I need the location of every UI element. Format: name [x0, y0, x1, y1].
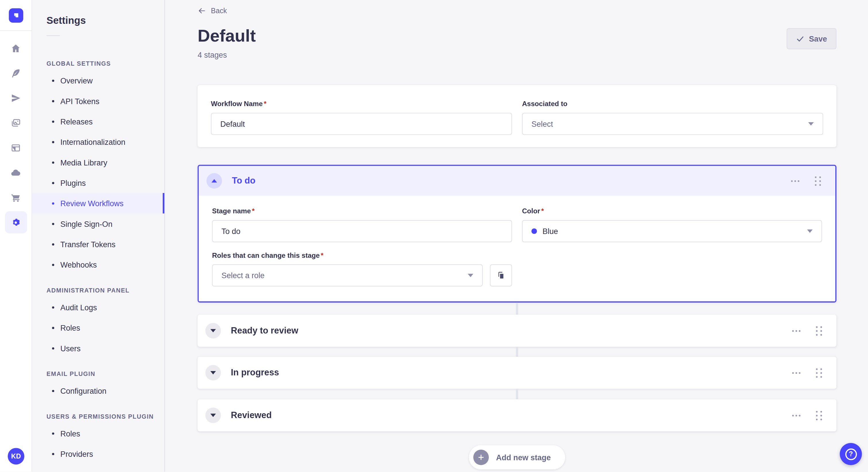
- roles-label: Roles that can change this stage*: [212, 252, 512, 260]
- sidebar-item-internationalization[interactable]: Internationalization: [32, 132, 164, 152]
- color-select[interactable]: Blue: [522, 220, 822, 242]
- bullet-icon: [52, 100, 54, 102]
- chevron-up-icon: [212, 179, 217, 183]
- collapse-stage-button[interactable]: [206, 173, 222, 189]
- page-header: Default 4 stages Save: [197, 27, 836, 59]
- strapi-logo[interactable]: [9, 8, 23, 23]
- duplicate-stage-button[interactable]: [490, 264, 512, 286]
- page-title: Default: [197, 27, 256, 45]
- stage-menu-icon[interactable]: [791, 411, 802, 419]
- bullet-icon: [52, 202, 54, 204]
- workflow-form-card: Workflow Name* Associated to Select: [197, 85, 836, 147]
- drag-handle-icon[interactable]: [814, 174, 822, 188]
- required-marker: *: [541, 207, 544, 215]
- media-library-icon[interactable]: [5, 112, 27, 134]
- marketplace-cart-icon[interactable]: [5, 187, 27, 208]
- stage-accordion-in-progress[interactable]: In progress: [197, 357, 836, 389]
- sidebar-item-single-sign-on[interactable]: Single Sign-On: [32, 213, 164, 234]
- chevron-down-icon: [210, 371, 216, 374]
- stage-title: Ready to review: [231, 326, 298, 336]
- help-button[interactable]: ?: [840, 443, 862, 465]
- color-label: Color*: [522, 207, 822, 215]
- stage-count: 4 stages: [197, 50, 256, 59]
- stage-connector: [516, 303, 518, 314]
- section-global-settings: GLOBAL SETTINGS: [46, 60, 164, 67]
- stage-name-label: Stage name*: [212, 207, 512, 215]
- expand-stage-button[interactable]: [205, 323, 221, 338]
- sidebar-item-email-configuration[interactable]: Configuration: [32, 380, 164, 401]
- sidebar-item-admin-roles[interactable]: Roles: [32, 317, 164, 338]
- stage-menu-icon[interactable]: [791, 369, 802, 377]
- expand-stage-button[interactable]: [205, 365, 221, 380]
- expand-stage-button[interactable]: [205, 408, 221, 423]
- sidebar-item-webhooks[interactable]: Webhooks: [32, 255, 164, 275]
- stage-menu-icon[interactable]: [791, 327, 802, 335]
- stage-todo-body: Stage name* Color* Blue: [198, 196, 835, 301]
- bullet-icon: [52, 390, 54, 392]
- section-email-plugin: EMAIL PLUGIN: [46, 370, 164, 377]
- section-users-permissions-plugin: USERS & PERMISSIONS PLUGIN: [46, 413, 164, 420]
- settings-gear-icon[interactable]: [5, 211, 27, 233]
- drag-handle-icon[interactable]: [815, 324, 823, 338]
- drag-handle-icon[interactable]: [815, 366, 823, 380]
- bullet-icon: [52, 120, 54, 123]
- stage-title: Reviewed: [231, 410, 272, 420]
- stage-accordion-ready-to-review[interactable]: Ready to review: [197, 315, 836, 347]
- feather-icon[interactable]: [5, 62, 27, 84]
- home-icon[interactable]: [5, 37, 27, 59]
- sidebar-item-transfer-tokens[interactable]: Transfer Tokens: [32, 234, 164, 255]
- stage-todo-header[interactable]: To do: [198, 166, 835, 196]
- sidebar-item-up-roles[interactable]: Roles: [32, 423, 164, 443]
- chevron-down-icon: [210, 329, 216, 333]
- paper-plane-icon[interactable]: [5, 87, 27, 109]
- stage-title: In progress: [231, 368, 279, 378]
- drag-handle-icon[interactable]: [815, 408, 823, 422]
- color-dot: [531, 229, 537, 234]
- required-marker: *: [252, 207, 255, 215]
- associated-to-select[interactable]: Select: [522, 113, 823, 135]
- cloud-icon[interactable]: [5, 162, 27, 183]
- strapi-logo-glyph: [11, 11, 20, 20]
- bullet-icon: [52, 161, 54, 164]
- check-icon: [796, 35, 805, 43]
- sidebar-item-users[interactable]: Users: [32, 338, 164, 358]
- stage-connector: [516, 347, 518, 357]
- sidebar-item-overview[interactable]: Overview: [32, 70, 164, 91]
- user-avatar[interactable]: KD: [8, 448, 24, 465]
- question-mark-icon: ?: [845, 448, 857, 460]
- stage-menu-icon[interactable]: [790, 177, 801, 185]
- bullet-icon: [52, 453, 54, 455]
- sidebar-item-api-tokens[interactable]: API Tokens: [32, 91, 164, 111]
- subnav-title: Settings: [46, 15, 164, 26]
- rail-icons: [5, 34, 27, 233]
- workflow-name-input[interactable]: [211, 113, 512, 135]
- bullet-icon: [52, 79, 54, 82]
- stage-accordion-todo: To do Stage name* Color*: [197, 165, 836, 303]
- required-marker: *: [264, 100, 267, 108]
- stage-name-input[interactable]: [212, 220, 512, 242]
- main-content: Back Default 4 stages Save Workflow Name…: [165, 0, 868, 472]
- bullet-icon: [52, 432, 54, 434]
- strapi-admin-app: KD Settings GLOBAL SETTINGS Overview API…: [0, 0, 868, 472]
- arrow-left-icon: [197, 7, 206, 15]
- section-administration-panel: ADMINISTRATION PANEL: [46, 287, 164, 294]
- roles-select[interactable]: Select a role: [212, 264, 483, 286]
- back-link[interactable]: Back: [197, 7, 227, 15]
- add-new-stage-button[interactable]: Add new stage: [469, 445, 565, 470]
- save-button[interactable]: Save: [787, 28, 836, 49]
- associated-to-label: Associated to: [522, 100, 823, 108]
- sidebar-item-plugins[interactable]: Plugins: [32, 173, 164, 193]
- chevron-down-icon: [808, 122, 814, 126]
- bullet-icon: [52, 141, 54, 143]
- sidebar-item-media-library[interactable]: Media Library: [32, 152, 164, 172]
- sidebar-item-releases[interactable]: Releases: [32, 111, 164, 132]
- sidebar-item-review-workflows[interactable]: Review Workflows: [32, 193, 164, 213]
- plus-icon: [473, 450, 489, 465]
- sidebar-item-providers[interactable]: Providers: [32, 444, 164, 464]
- chevron-down-icon: [807, 230, 813, 233]
- layout-icon[interactable]: [5, 136, 27, 159]
- stage-accordion-reviewed[interactable]: Reviewed: [197, 400, 836, 432]
- workflow-name-label: Workflow Name*: [211, 100, 512, 108]
- sidebar-item-audit-logs[interactable]: Audit Logs: [32, 297, 164, 317]
- settings-subnav: Settings GLOBAL SETTINGS Overview API To…: [32, 0, 165, 472]
